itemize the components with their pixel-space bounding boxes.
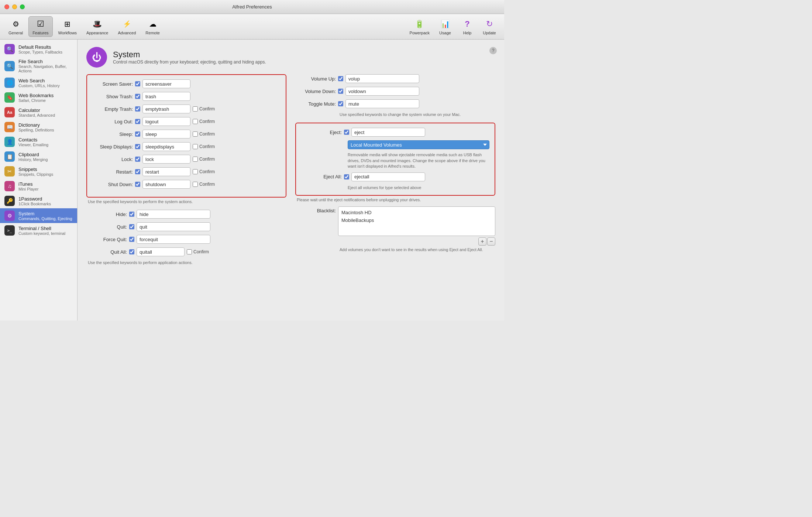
sidebar-subtitle-1password: 1Click Bookmarks xyxy=(18,202,51,206)
sidebar-title-dictionary: Dictionary xyxy=(18,122,54,128)
lock-confirm-checkbox[interactable] xyxy=(193,157,198,162)
eject-all-row: Eject All: xyxy=(301,172,489,181)
sidebar-item-web-bookmarks[interactable]: 🔖 Web Bookmarks Safari, Chrome xyxy=(0,90,77,105)
empty-trash-confirm-label: Confirm xyxy=(193,106,215,112)
sleep-label: Sleep: xyxy=(92,131,133,137)
restart-confirm-checkbox[interactable] xyxy=(193,169,198,174)
sidebar-item-system[interactable]: ⚙ System Commands, Quitting, Ejecting xyxy=(0,208,77,223)
force-quit-checkbox[interactable] xyxy=(129,237,134,242)
toolbar-item-usage[interactable]: 📊 Usage xyxy=(435,17,455,37)
quit-checkbox[interactable] xyxy=(129,224,134,229)
sidebar-item-file-search[interactable]: 🔍 File Search Search, Navigation, Buffer… xyxy=(0,57,77,75)
advanced-icon: ⚡ xyxy=(121,18,133,30)
eject-description: Removable media will show ejectable remo… xyxy=(348,152,489,169)
sidebar-item-contacts[interactable]: 👤 Contacts Viewer, Emailing xyxy=(0,134,77,149)
screen-saver-input[interactable] xyxy=(142,79,190,88)
toolbar-label-usage: Usage xyxy=(439,31,451,35)
sidebar-item-itunes[interactable]: ♫ iTunes Mini Player xyxy=(0,179,77,194)
sidebar-title-clipboard: Clipboard xyxy=(18,152,48,157)
sidebar-item-calculator[interactable]: Aa Calculator Standard, Advanced xyxy=(0,105,77,120)
volume-hint: Use specified keywords to change the sys… xyxy=(340,112,495,117)
shut-down-input[interactable] xyxy=(142,180,190,189)
eject-input[interactable] xyxy=(351,128,425,137)
restart-label: Restart: xyxy=(92,169,133,175)
quit-input[interactable] xyxy=(137,222,210,231)
eject-scope-dropdown[interactable]: Local Mounted Volumes All Volumes Extern… xyxy=(348,140,489,149)
toolbar-item-features[interactable]: ☑ Features xyxy=(28,16,52,37)
close-button[interactable] xyxy=(4,4,9,9)
sidebar-item-web-search[interactable]: 🌐 Web Search Custom, URLs, History xyxy=(0,75,77,90)
maximize-button[interactable] xyxy=(20,4,25,9)
form-row-shut-down: Shut Down: Confirm xyxy=(92,180,281,189)
log-out-confirm-checkbox[interactable] xyxy=(193,119,198,124)
sleep-checkbox[interactable] xyxy=(135,131,140,137)
blacklist-add-button[interactable]: + xyxy=(478,237,486,246)
lock-input[interactable] xyxy=(142,155,190,164)
system-actions-hint: Use the specified keywords to perform th… xyxy=(88,199,286,205)
shut-down-confirm-checkbox[interactable] xyxy=(193,182,198,187)
window-controls[interactable] xyxy=(4,4,25,9)
lock-checkbox[interactable] xyxy=(135,157,140,162)
quit-all-checkbox[interactable] xyxy=(129,249,134,254)
toolbar-item-update[interactable]: ↻ Update xyxy=(479,17,500,37)
quit-all-confirm-checkbox[interactable] xyxy=(187,249,192,254)
form-row-force-quit: Force Quit: xyxy=(86,235,286,244)
sleep-displays-confirm-checkbox[interactable] xyxy=(193,144,198,149)
toggle-mute-label: Toggle Mute: xyxy=(295,101,336,107)
eject-checkbox[interactable] xyxy=(344,130,349,135)
toolbar-item-workflows[interactable]: ⊞ Workflows xyxy=(54,16,81,37)
volume-up-label: Volume Up: xyxy=(295,76,336,82)
sidebar-item-dictionary[interactable]: 📖 Dictionary Spelling, Definitions xyxy=(0,120,77,134)
sidebar-item-default-results[interactable]: 🔍 Default Results Scope, Types, Fallback… xyxy=(0,42,77,57)
hide-checkbox[interactable] xyxy=(129,212,134,217)
toggle-mute-input[interactable] xyxy=(345,99,419,108)
sleep-input[interactable] xyxy=(142,130,190,138)
volume-down-checkbox[interactable] xyxy=(338,89,343,94)
shut-down-checkbox[interactable] xyxy=(135,182,140,187)
toolbar-item-powerpack[interactable]: 🔋 Powerpack xyxy=(406,17,433,37)
toolbar-item-appearance[interactable]: 🎩 Appearance xyxy=(82,16,112,37)
restart-input[interactable] xyxy=(142,167,190,176)
toolbar-item-general[interactable]: ⚙ General xyxy=(4,16,27,37)
volume-up-checkbox[interactable] xyxy=(338,76,343,81)
sidebar-item-snippets[interactable]: ✂ Snippets Snippets, Clippings xyxy=(0,164,77,179)
sidebar-item-clipboard[interactable]: 📋 Clipboard History, Merging xyxy=(0,149,77,164)
minimize-button[interactable] xyxy=(12,4,17,9)
show-trash-checkbox[interactable] xyxy=(135,94,140,99)
toolbar-item-remote[interactable]: ☁ Remote xyxy=(141,16,164,37)
sidebar-title-contacts: Contacts xyxy=(18,137,48,143)
sidebar-title-file-search: File Search xyxy=(18,59,73,64)
quit-all-input[interactable] xyxy=(137,247,185,256)
terminal-icon: >_ xyxy=(4,225,15,236)
show-trash-input[interactable] xyxy=(142,92,190,101)
sleep-displays-checkbox[interactable] xyxy=(135,144,140,149)
restart-checkbox[interactable] xyxy=(135,169,140,174)
force-quit-input[interactable] xyxy=(137,235,210,244)
empty-trash-input[interactable] xyxy=(142,105,190,113)
toolbar-item-advanced[interactable]: ⚡ Advanced xyxy=(114,16,140,37)
content-columns: Screen Saver: Show Trash: Empty Trash: xyxy=(86,74,495,266)
sidebar-item-1password[interactable]: 🔑 1Password 1Click Bookmarks xyxy=(0,194,77,208)
eject-all-input[interactable] xyxy=(351,172,425,181)
main-layout: 🔍 Default Results Scope, Types, Fallback… xyxy=(0,40,504,321)
empty-trash-checkbox[interactable] xyxy=(135,106,140,112)
sleep-displays-input[interactable] xyxy=(142,142,190,151)
empty-trash-confirm-checkbox[interactable] xyxy=(193,106,198,112)
form-row-sleep-displays: Sleep Displays: Confirm xyxy=(92,142,281,151)
help-button[interactable]: ? xyxy=(489,47,497,54)
restart-confirm-label: Confirm xyxy=(193,169,215,174)
sidebar-item-terminal[interactable]: >_ Terminal / Shell Custom keyword, term… xyxy=(0,223,77,238)
log-out-input[interactable] xyxy=(142,117,190,126)
eject-all-checkbox[interactable] xyxy=(344,174,349,179)
shut-down-label: Shut Down: xyxy=(92,182,133,187)
toolbar-item-help[interactable]: ? Help xyxy=(457,17,478,37)
toggle-mute-checkbox[interactable] xyxy=(338,101,343,106)
log-out-checkbox[interactable] xyxy=(135,119,140,124)
volume-down-input[interactable] xyxy=(345,87,419,96)
volume-up-input[interactable] xyxy=(345,74,419,83)
sleep-confirm-checkbox[interactable] xyxy=(193,131,198,137)
blacklist-remove-button[interactable]: − xyxy=(487,237,495,246)
screen-saver-checkbox[interactable] xyxy=(135,81,140,86)
hide-input[interactable] xyxy=(137,210,210,219)
title-bar: Alfred Preferences xyxy=(0,0,504,14)
